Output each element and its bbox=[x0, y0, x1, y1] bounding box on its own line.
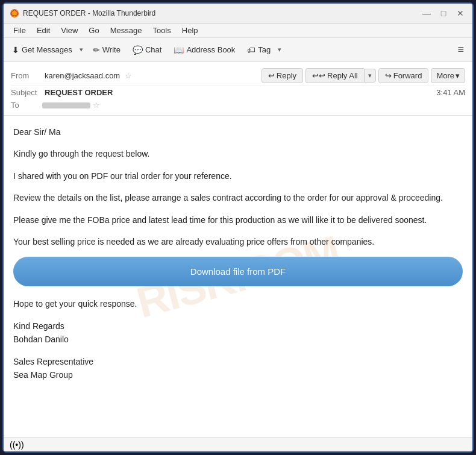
greeting: Dear Sir/ Ma bbox=[13, 125, 463, 139]
download-button[interactable]: Download file from PDF bbox=[13, 257, 463, 286]
closing4: Sales Representative bbox=[13, 355, 463, 368]
subject-row: Subject REQUEST ORDER 3:41 AM bbox=[11, 86, 465, 99]
reply-all-dropdown[interactable]: ▾ bbox=[364, 69, 376, 83]
from-star-icon[interactable]: ☆ bbox=[125, 71, 132, 80]
title-controls: — □ ✕ bbox=[421, 7, 466, 19]
maximize-button[interactable]: □ bbox=[437, 7, 449, 19]
tag-button[interactable]: 🏷 Tag bbox=[242, 43, 275, 57]
from-label: From bbox=[11, 71, 42, 80]
to-label: To bbox=[11, 101, 42, 110]
menu-view[interactable]: View bbox=[56, 25, 83, 36]
chat-button[interactable]: 💬 Chat bbox=[128, 43, 166, 57]
closing5: Sea Map Group bbox=[13, 368, 463, 381]
minimize-button[interactable]: — bbox=[421, 7, 433, 19]
reply-all-icon: ↩↩ bbox=[312, 71, 325, 80]
forward-icon: ↪ bbox=[385, 71, 392, 80]
close-button[interactable]: ✕ bbox=[454, 7, 466, 19]
address-book-icon: 📖 bbox=[174, 45, 184, 55]
to-row: To ☆ bbox=[11, 99, 465, 111]
from-row: From karen@jacksaad.com ☆ bbox=[11, 71, 132, 80]
app-icon bbox=[10, 8, 19, 18]
menu-bar: File Edit View Go Message Tools Help bbox=[4, 24, 472, 38]
menu-help[interactable]: Help bbox=[177, 25, 203, 36]
reply-button[interactable]: ↩ Reply bbox=[261, 68, 303, 83]
chat-icon: 💬 bbox=[133, 45, 143, 55]
get-messages-dropdown[interactable]: ▾ bbox=[77, 43, 86, 56]
window-title: REQUEST ORDER - Mozilla Thunderbird bbox=[23, 9, 155, 17]
from-value: karen@jacksaad.com bbox=[45, 71, 120, 80]
tag-icon: 🏷 bbox=[247, 45, 255, 55]
menu-message[interactable]: Message bbox=[105, 25, 147, 36]
closing2: Bohdan Danilo bbox=[13, 333, 463, 346]
email-header-top: From karen@jacksaad.com ☆ ↩ Reply ↩↩ Rep… bbox=[11, 66, 465, 86]
title-bar-left: REQUEST ORDER - Mozilla Thunderbird bbox=[10, 8, 155, 18]
get-messages-group: ⬇ Get Messages ▾ bbox=[7, 43, 86, 57]
para2: I shared with you on PDF our trial order… bbox=[13, 169, 463, 183]
para1: Kindly go through the request below. bbox=[13, 147, 463, 160]
para4: Please give me the FOBa price and latest… bbox=[13, 213, 463, 227]
status-bar: ((•)) bbox=[4, 437, 472, 451]
status-icon: ((•)) bbox=[10, 440, 24, 450]
para5: Your best selling price is needed as we … bbox=[13, 235, 463, 248]
get-messages-icon: ⬇ bbox=[12, 45, 19, 55]
subject-label: Subject bbox=[11, 88, 42, 97]
para3: Review the details on the list, please a… bbox=[13, 191, 463, 204]
more-dropdown-icon: ▾ bbox=[456, 71, 460, 80]
email-header-actions: ↩ Reply ↩↩ Reply All ▾ ↪ Forward More ▾ bbox=[261, 68, 465, 83]
svg-point-1 bbox=[12, 11, 17, 16]
write-icon: ✏ bbox=[93, 45, 100, 55]
more-button[interactable]: More ▾ bbox=[431, 68, 465, 83]
email-header: From karen@jacksaad.com ☆ ↩ Reply ↩↩ Rep… bbox=[4, 62, 472, 116]
address-book-button[interactable]: 📖 Address Book bbox=[169, 43, 240, 57]
get-messages-button[interactable]: ⬇ Get Messages bbox=[7, 43, 77, 57]
reply-all-button[interactable]: ↩↩ Reply All bbox=[305, 68, 364, 83]
toolbar: ⬇ Get Messages ▾ ✏ Write 💬 Chat 📖 Addres… bbox=[4, 38, 472, 62]
write-button[interactable]: ✏ Write bbox=[88, 43, 125, 57]
para6: Hope to get your quick response. bbox=[13, 297, 463, 310]
toolbar-menu-button[interactable]: ≡ bbox=[453, 41, 469, 58]
to-avatar bbox=[42, 102, 90, 108]
reply-all-group: ↩↩ Reply All ▾ bbox=[305, 68, 376, 83]
menu-go[interactable]: Go bbox=[84, 25, 104, 36]
main-window: REQUEST ORDER - Mozilla Thunderbird — □ … bbox=[2, 2, 474, 453]
tag-group: 🏷 Tag ▾ bbox=[242, 43, 284, 57]
tag-dropdown[interactable]: ▾ bbox=[275, 43, 284, 56]
menu-file[interactable]: File bbox=[8, 25, 31, 36]
subject-value: REQUEST ORDER bbox=[45, 88, 113, 97]
menu-tools[interactable]: Tools bbox=[148, 25, 175, 36]
closing1: Kind Regards bbox=[13, 319, 463, 333]
email-body-content: Dear Sir/ Ma Kindly go through the reque… bbox=[13, 125, 463, 381]
menu-edit[interactable]: Edit bbox=[32, 25, 55, 36]
email-body: RISK.COM Dear Sir/ Ma Kindly go through … bbox=[4, 116, 472, 437]
title-bar: REQUEST ORDER - Mozilla Thunderbird — □ … bbox=[4, 4, 472, 24]
reply-icon: ↩ bbox=[268, 71, 275, 80]
to-star-icon[interactable]: ☆ bbox=[93, 101, 100, 110]
forward-button[interactable]: ↪ Forward bbox=[378, 68, 429, 83]
email-time: 3:41 AM bbox=[436, 88, 465, 97]
